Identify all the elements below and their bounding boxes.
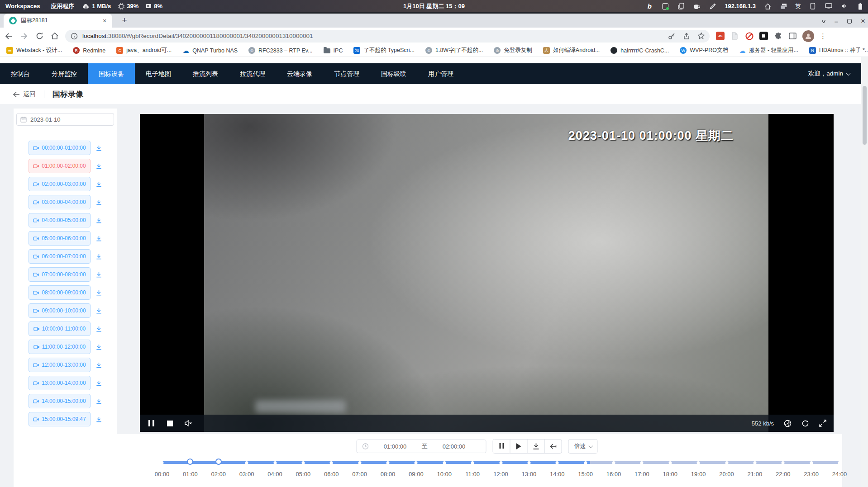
record-segment-button[interactable]: 04:00:00-05:00:00 [29, 213, 91, 227]
timeline-track[interactable] [162, 461, 839, 464]
record-download-icon[interactable] [95, 145, 102, 151]
nav-tab-6[interactable]: 拉流代理 [229, 63, 276, 84]
record-download-icon[interactable] [95, 362, 102, 369]
record-download-icon[interactable] [95, 380, 102, 387]
record-segment-button[interactable]: 03:00:00-04:00:00 [29, 195, 91, 209]
record-segment-button[interactable]: 00:00:00-01:00:00 [29, 141, 91, 155]
bookmark-item[interactable]: ⊕1.8W字|了不起的... [425, 47, 483, 54]
download-button[interactable] [527, 439, 545, 454]
extension-js-icon[interactable]: JS [716, 32, 725, 40]
timeline-range-handle[interactable] [187, 459, 193, 465]
record-download-icon[interactable] [95, 235, 102, 242]
record-segment-button[interactable]: 10:00:00-11:00:00 [29, 322, 91, 336]
bookmark-item[interactable]: ⊕免登录复制 [494, 47, 532, 54]
nav-tab-1[interactable]: 控制台 [0, 63, 41, 84]
bookmark-item[interactable]: hairrrrr/C-CrashC... [610, 47, 669, 54]
bookmark-item[interactable]: WWVP-PRO文档 [680, 47, 728, 54]
fullscreen-icon[interactable] [819, 420, 826, 427]
timeline-range-handle[interactable] [215, 459, 222, 465]
record-segment-button[interactable]: 07:00:00-08:00:00 [29, 267, 91, 282]
bookmark-item[interactable]: 人如何编译Android... [543, 47, 600, 54]
nav-tab-2[interactable]: 分屏监控 [41, 63, 88, 84]
record-download-icon[interactable] [95, 326, 102, 332]
windows-tray-icon[interactable] [779, 2, 787, 10]
reload-icon[interactable] [33, 29, 46, 43]
phone-link-icon[interactable] [809, 2, 817, 10]
record-download-icon[interactable] [95, 271, 102, 278]
site-info-icon[interactable] [71, 33, 78, 40]
bookmark-item[interactable]: Cjava、android可... [116, 47, 172, 54]
record-download-icon[interactable] [95, 163, 102, 170]
record-segment-button[interactable]: 12:00:00-13:00:00 [29, 358, 91, 372]
window-maximize-button[interactable] [847, 19, 852, 24]
url-text[interactable]: localhost:38080/#/gbRecordDetail/3402000… [82, 33, 663, 39]
bookmark-item[interactable]: ⊕RFC2833 – RTP Ev... [248, 47, 313, 54]
bookmark-item[interactable]: IPC [324, 47, 343, 54]
page-scrollbar[interactable] [861, 57, 868, 487]
bookmark-star-icon[interactable] [697, 32, 705, 40]
speed-dropdown[interactable]: 倍速 [568, 439, 598, 454]
password-key-icon[interactable] [668, 32, 676, 40]
extension-recorder-icon[interactable] [759, 32, 768, 40]
display-icon[interactable] [825, 2, 833, 10]
record-download-icon[interactable] [95, 398, 102, 405]
play-button[interactable] [510, 439, 528, 454]
record-download-icon[interactable] [95, 181, 102, 188]
record-segment-button[interactable]: 13:00:00-14:00:00 [29, 376, 91, 390]
bookmark-item[interactable]: RRedmine [73, 47, 105, 54]
user-menu[interactable]: 欢迎，admin [808, 63, 849, 84]
record-segment-button[interactable]: 06:00:00-07:00:00 [29, 249, 91, 264]
battery-icon[interactable] [856, 2, 864, 10]
browser-menu-icon[interactable]: ⋮ [820, 32, 826, 40]
video-player[interactable]: 2023-01-10 01:00:00 星期二 552 kb/s [140, 114, 834, 432]
extensions-puzzle-icon[interactable] [774, 32, 782, 40]
record-segment-button[interactable]: 05:00:00-06:00:00 [29, 231, 91, 246]
time-range-input[interactable]: 01:00:00 至 02:00:00 [357, 440, 486, 453]
profile-avatar[interactable] [802, 30, 814, 42]
nav-tab-10[interactable]: 用户管理 [417, 63, 464, 84]
nav-tab-7[interactable]: 云端录像 [276, 63, 323, 84]
record-download-icon[interactable] [95, 307, 102, 314]
start-time-value[interactable]: 01:00:00 [369, 443, 422, 450]
workspaces-button[interactable]: Workspaces [5, 3, 40, 9]
sidepanel-icon[interactable] [788, 32, 797, 40]
color-picker-tray-icon[interactable] [709, 2, 717, 10]
record-segment-button[interactable]: 01:00:00-02:00:00 [29, 159, 91, 173]
extension-page-icon[interactable] [730, 32, 739, 40]
nav-tab-5[interactable]: 推流列表 [182, 63, 229, 84]
home-tray-icon[interactable] [763, 2, 772, 10]
back-icon[interactable] [2, 29, 15, 43]
coffee-tray-icon[interactable] [693, 2, 701, 10]
record-download-icon[interactable] [95, 344, 102, 350]
record-segment-button[interactable]: 14:00:00-15:00:00 [29, 394, 91, 408]
os-clock[interactable]: 1月10日 星期二 15：09 [403, 2, 465, 10]
nav-tab-9[interactable]: 国标级联 [370, 63, 417, 84]
back-button[interactable]: 返回 [13, 90, 36, 99]
record-segment-button[interactable]: 08:00:00-09:00:00 [29, 285, 91, 300]
player-pause-button[interactable] [147, 420, 155, 426]
extension-adblock-icon[interactable] [745, 32, 754, 40]
seek-back-button[interactable] [544, 439, 562, 454]
home-icon[interactable] [48, 29, 62, 43]
record-download-icon[interactable] [95, 217, 102, 224]
pause-button[interactable] [493, 439, 510, 454]
clipboard-tray-icon[interactable] [677, 2, 685, 10]
snapshot-shutter-icon[interactable] [784, 420, 792, 427]
volume-icon[interactable] [840, 2, 849, 10]
tab-search-chevron-icon[interactable]: ∨ [820, 19, 826, 24]
browser-tab[interactable]: 国标28181 × [4, 14, 112, 28]
date-picker-input[interactable]: 2023-01-10 [16, 113, 114, 126]
bookmark-item[interactable]: ☁服务器 - 轻量应用... [739, 47, 798, 54]
new-tab-button[interactable]: + [119, 14, 130, 26]
record-segment-button[interactable]: 09:00:00-10:00:00 [29, 303, 91, 318]
player-mute-icon[interactable] [185, 420, 193, 426]
window-minimize-button[interactable]: – [835, 18, 838, 25]
player-stop-button[interactable] [167, 421, 173, 426]
record-download-icon[interactable] [95, 199, 102, 206]
window-close-button[interactable]: × [861, 17, 865, 26]
refresh-icon[interactable] [801, 420, 809, 427]
address-bar[interactable]: localhost:38080/#/gbRecordDetail/3402000… [65, 30, 710, 43]
record-segment-button[interactable]: 02:00:00-03:00:00 [29, 177, 91, 191]
record-download-icon[interactable] [95, 253, 102, 260]
tab-close-icon[interactable]: × [100, 17, 109, 25]
